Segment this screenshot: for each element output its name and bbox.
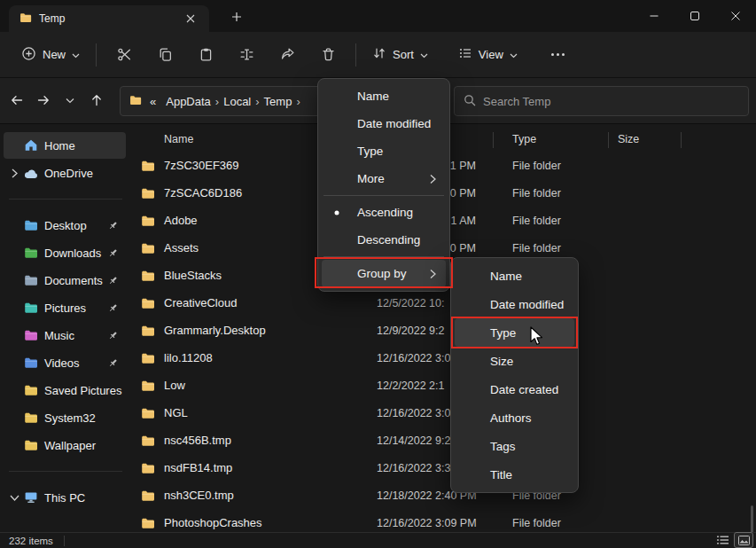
group-menu-item-tags[interactable]: Tags [455, 432, 574, 460]
chevron-down-icon[interactable] [7, 495, 21, 501]
close-button[interactable] [715, 0, 756, 31]
group-menu-item-name[interactable]: Name [455, 262, 574, 290]
new-button[interactable]: New [12, 40, 89, 70]
sort-menu-item-label: More [357, 172, 385, 185]
minimize-button[interactable] [634, 0, 674, 31]
sort-menu-item-label: Name [357, 90, 389, 103]
sidebar-item-music[interactable]: Music [4, 322, 126, 348]
breadcrumb-chevron-icon[interactable]: › [253, 95, 261, 108]
tab-temp[interactable]: Temp [9, 5, 209, 32]
sidebar-item-label: System32 [44, 411, 96, 425]
navigation-buttons [4, 85, 110, 115]
search-box[interactable]: Search Temp [454, 86, 749, 116]
group-menu-item-authors[interactable]: Authors [455, 403, 574, 432]
sidebar-item-saved-pictures[interactable]: Saved Pictures [4, 377, 126, 403]
table-row[interactable]: NGL12/16/2022 3:0 [133, 400, 756, 427]
group-menu-item-label: Date modified [490, 298, 564, 311]
sidebar-item-videos[interactable]: Videos [4, 349, 126, 376]
forward-button[interactable] [30, 85, 57, 115]
see-more-button[interactable] [541, 53, 575, 56]
sort-menu-item-more[interactable]: More [322, 165, 446, 192]
sidebar-item-wallpaper[interactable]: Wallpaper [4, 432, 126, 458]
table-row[interactable]: nsdFB14.tmp12/16/2022 3:3 [133, 455, 756, 482]
sidebar-item-system32[interactable]: System32 [4, 404, 126, 431]
table-row[interactable]: CreativeCloud12/5/2022 10: [133, 290, 756, 317]
tab-close-icon[interactable] [183, 11, 199, 27]
delete-button[interactable] [308, 39, 348, 71]
sort-menu-item-descending[interactable]: Descending [322, 226, 446, 254]
sort-menu-item-label: Type [357, 145, 383, 158]
breadcrumb-overflow[interactable]: « [148, 93, 158, 110]
table-row[interactable]: lilo.1120812/16/2022 3:0 [133, 345, 756, 372]
column-divider[interactable] [608, 132, 609, 148]
table-row[interactable]: PhotoshopCrashes12/16/2022 3:09 PMFile f… [133, 510, 756, 534]
share-button[interactable] [267, 39, 308, 71]
sidebar-item-label: OneDrive [44, 167, 93, 180]
view-button[interactable]: View [449, 40, 526, 69]
column-header-size[interactable]: Size [618, 133, 639, 145]
breadcrumb-item-local[interactable]: Local [222, 93, 253, 110]
breadcrumb-chevron-icon[interactable]: › [293, 95, 302, 108]
sidebar-item-pictures[interactable]: Pictures [4, 294, 126, 321]
sort-menu-item-group-by[interactable]: Group by [322, 260, 446, 287]
group-menu-item-size[interactable]: Size [455, 347, 574, 375]
table-row[interactable]: Grammarly.Desktop12/9/2022 9:2 [133, 317, 756, 345]
file-name: lilo.11208 [164, 351, 213, 364]
table-row[interactable]: nsh3CE0.tmp12/18/2022 2:40 PMFile folder [133, 482, 756, 510]
up-button[interactable] [83, 85, 110, 115]
sidebar-item-label: Pictures [44, 301, 86, 315]
selected-bullet-icon [335, 210, 339, 215]
group-menu-item-date-modified[interactable]: Date modified [455, 290, 574, 318]
column-header-name[interactable]: Name [164, 133, 193, 145]
table-row[interactable]: Low12/2/2022 2:1 [133, 372, 756, 400]
column-header-type[interactable]: Type [512, 133, 536, 145]
sidebar-item-onedrive[interactable]: OneDrive [4, 160, 126, 186]
cut-button[interactable] [104, 39, 144, 71]
sidebar-item-downloads[interactable]: Downloads [4, 239, 126, 266]
sort-menu-item-type[interactable]: Type [322, 137, 446, 165]
sidebar-item-home[interactable]: Home [4, 132, 126, 159]
file-date-modified: 12/16/2022 3:09 PM [377, 517, 477, 529]
chevron-right-icon [430, 174, 436, 184]
folder-icon [23, 438, 39, 452]
sidebar-item-documents[interactable]: Documents [4, 267, 126, 294]
pin-icon [107, 357, 119, 369]
rename-button[interactable] [226, 39, 267, 71]
file-name: nsdFB14.tmp [164, 461, 232, 474]
group-menu-item-label: Date created [490, 383, 558, 396]
window-controls [634, 0, 756, 31]
breadcrumb-item-appdata[interactable]: AppData [164, 93, 213, 110]
paste-button[interactable] [185, 39, 226, 71]
column-divider[interactable] [493, 132, 494, 148]
sort-menu-item-date-modified[interactable]: Date modified [322, 110, 446, 137]
sort-menu-item-ascending[interactable]: Ascending [322, 199, 446, 226]
sort-menu-item-label: Date modified [357, 117, 431, 130]
sidebar-item-label: Wallpaper [44, 439, 96, 452]
details-view-button[interactable] [713, 533, 731, 547]
recent-locations-chevron[interactable] [57, 85, 83, 115]
back-button[interactable] [4, 85, 30, 115]
sort-button[interactable]: Sort [363, 40, 437, 69]
new-tab-button[interactable] [227, 7, 246, 27]
breadcrumb-item-temp[interactable]: Temp [262, 93, 294, 110]
menu-separator [323, 195, 444, 196]
sort-menu-item-name[interactable]: Name [322, 82, 446, 110]
thumbnail-view-button[interactable] [735, 533, 752, 547]
file-date-modified: 12/16/2022 3:3 [377, 462, 450, 474]
breadcrumb-chevron-icon[interactable]: › [213, 95, 222, 108]
new-icon [21, 46, 36, 64]
toolbar-divider [355, 43, 356, 67]
table-row[interactable]: nsc456B.tmp12/14/2022 9:2 [133, 427, 756, 455]
group-menu-item-type[interactable]: Type [455, 318, 574, 347]
maximize-button[interactable] [674, 0, 715, 31]
group-menu-item-date-created[interactable]: Date created [455, 375, 574, 403]
copy-button[interactable] [144, 39, 185, 71]
chevron-right-icon[interactable] [7, 168, 21, 178]
toolbar-divider [96, 43, 97, 67]
column-divider[interactable] [681, 132, 682, 148]
group-menu-item-title[interactable]: Title [455, 460, 574, 489]
file-date-modified: 12/16/2022 3:0 [377, 352, 450, 364]
sidebar-item-desktop[interactable]: Desktop [4, 212, 126, 239]
sidebar-item-this-pc[interactable]: This PC [4, 484, 126, 511]
group-menu-item-label: Type [490, 326, 516, 340]
